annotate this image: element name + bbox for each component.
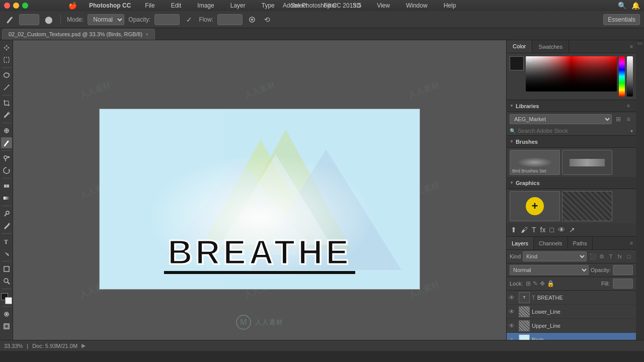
libraries-collapse[interactable]: ≡ (624, 103, 633, 109)
blend-mode-select[interactable]: Normal (510, 265, 589, 275)
color-picker-gradient[interactable] (526, 56, 617, 92)
close-button[interactable] (4, 3, 10, 9)
text-lib-icon[interactable]: T (531, 225, 537, 235)
clone-tool[interactable] (1, 153, 12, 164)
list-view-icon[interactable]: ≡ (624, 115, 633, 124)
filter-smart-icon[interactable]: □ (625, 252, 633, 260)
opacity-toggle-icon[interactable]: ✓ (184, 14, 195, 25)
fx-lib-icon[interactable]: fx (539, 225, 547, 235)
eye-lib-icon[interactable]: 👁 (557, 225, 566, 235)
artwork[interactable]: BREATHE (99, 109, 420, 290)
color-swatch[interactable] (510, 56, 524, 70)
lasso-tool[interactable] (1, 70, 12, 81)
pen-tool[interactable] (1, 220, 12, 231)
background-color[interactable] (5, 297, 12, 304)
essentials-button[interactable]: Essentials (603, 14, 640, 25)
notification-icon[interactable]: 🔔 (631, 2, 640, 10)
text-tool[interactable]: T (1, 236, 12, 247)
tab-color[interactable]: Color (507, 40, 532, 53)
graphic-item-2[interactable] (562, 191, 612, 221)
screen-mode-tool[interactable] (1, 321, 12, 332)
menu-help[interactable]: Help (440, 1, 460, 10)
canvas-area[interactable]: 人人素材 人人素材 人人素材 人人素材 人人素材 人人素材 人人素材 人人素材 … (13, 40, 506, 340)
brushes-header[interactable]: ▼ Brushes (507, 136, 636, 148)
layer-item-birds[interactable]: 👁 Birds (507, 333, 636, 340)
graphic-item-1[interactable]: + (510, 191, 560, 221)
crop-tool[interactable] (1, 98, 12, 109)
flow-input[interactable]: 100% (217, 14, 243, 25)
search-icon[interactable]: 🔍 (618, 2, 626, 10)
layer-item-upper-line[interactable]: 👁 Upper_Line (507, 319, 636, 333)
brush-tool[interactable] (1, 137, 12, 148)
brush-item-1[interactable]: Bird Brushes Set (510, 150, 560, 175)
libraries-header[interactable]: ▼ Libraries ≡ (507, 100, 636, 112)
filter-adjust-icon[interactable]: ⚙ (598, 252, 606, 260)
menu-edit[interactable]: Edit (167, 1, 186, 10)
fill-input[interactable]: 100% (613, 279, 633, 289)
maximize-button[interactable] (22, 3, 28, 9)
tab-swatches[interactable]: Swatches (532, 40, 569, 53)
layer-vis-breathe[interactable]: 👁 (509, 294, 517, 301)
graphics-header[interactable]: ▼ Graphics (507, 177, 636, 189)
dodge-tool[interactable] (1, 208, 12, 219)
layer-opacity-input[interactable]: 100% (613, 265, 633, 275)
fg-bg-colors[interactable] (1, 293, 12, 304)
tab-channels[interactable]: Channels (534, 237, 568, 249)
brush-lib-icon[interactable]: 🖌 (520, 225, 529, 235)
panel-collapse-color[interactable]: ≡ (627, 40, 636, 53)
add-graphic-icon[interactable]: + (526, 197, 544, 215)
document-tab[interactable]: 02_02_Custom_Textures.psd @ 33.3% (Birds… (2, 29, 155, 40)
quick-mask-tool[interactable] (1, 309, 12, 320)
shape-tool[interactable] (1, 263, 12, 275)
kind-select[interactable]: Kind (523, 251, 587, 261)
layers-collapse[interactable]: ≡ (627, 237, 636, 249)
share-lib-icon[interactable]: ↗ (568, 225, 576, 235)
lock-paint-icon[interactable]: ✎ (533, 280, 538, 287)
history-brush-tool[interactable] (1, 165, 12, 176)
menu-view[interactable]: View (373, 1, 394, 10)
menu-type[interactable]: Type (258, 1, 279, 10)
menu-layer[interactable]: Layer (226, 1, 250, 10)
symmetry-icon[interactable]: ⟲ (262, 14, 273, 25)
wand-tool[interactable] (1, 82, 12, 93)
opacity-spectrum[interactable] (627, 56, 633, 97)
tab-layers[interactable]: Layers (507, 237, 534, 249)
marquee-tool[interactable] (1, 54, 12, 65)
upload-icon[interactable]: ⬆ (510, 225, 518, 235)
grid-view-icon[interactable]: ⊞ (614, 115, 623, 124)
airbrush-icon[interactable] (247, 14, 258, 25)
menu-image[interactable]: Image (193, 1, 218, 10)
eraser-tool[interactable] (1, 180, 12, 192)
tab-close-icon[interactable]: × (145, 32, 148, 37)
mode-select[interactable]: Normal (88, 14, 124, 25)
eyedropper-tool[interactable] (1, 110, 12, 121)
layer-vis-upper-line[interactable]: 👁 (509, 322, 517, 329)
search-input[interactable] (518, 128, 628, 134)
tab-paths[interactable]: Paths (568, 237, 593, 249)
lock-move-icon[interactable]: ✥ (540, 280, 545, 287)
healing-tool[interactable] (1, 125, 12, 136)
panel-toggle-icon[interactable]: || (637, 42, 643, 45)
gradient-tool[interactable] (1, 193, 12, 204)
filter-type-icon[interactable]: T (607, 252, 615, 260)
filter-shape-icon[interactable]: fx (616, 252, 624, 260)
libraries-dropdown-select[interactable]: AEG_Market (510, 114, 612, 124)
color-spectrum[interactable] (619, 56, 625, 97)
move-tool[interactable] (1, 42, 12, 53)
layer-vis-birds[interactable]: 👁 (509, 336, 517, 340)
brush-size-input[interactable]: 500 (19, 14, 39, 25)
brush-tool-icon[interactable] (4, 14, 15, 25)
search-dropdown-icon[interactable]: ▾ (630, 128, 633, 134)
window-controls[interactable] (4, 3, 28, 9)
lock-all-icon[interactable]: 🔒 (547, 280, 554, 287)
menu-file[interactable]: File (141, 1, 158, 10)
lock-transparent-icon[interactable]: ⊞ (526, 280, 531, 287)
statusbar-arrow[interactable]: ▶ (82, 342, 86, 349)
layer-item-breathe[interactable]: 👁 T T BREATHE (507, 291, 636, 305)
brush-options-icon[interactable]: ⬤ (43, 14, 54, 25)
brush-item-2[interactable] (562, 150, 612, 175)
filter-pixel-icon[interactable]: ⬛ (589, 252, 597, 260)
square-lib-icon[interactable]: □ (548, 225, 554, 235)
layer-vis-lower-line[interactable]: 👁 (509, 308, 517, 315)
zoom-tool[interactable] (1, 276, 12, 287)
